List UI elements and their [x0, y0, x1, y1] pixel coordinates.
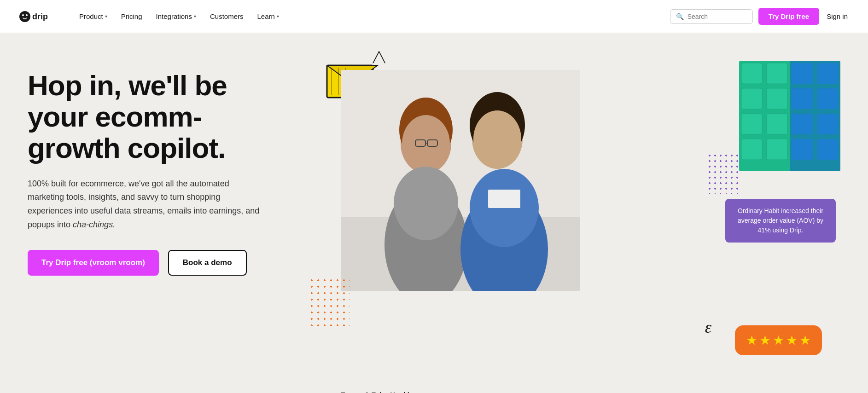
logo[interactable]: drip: [18, 8, 55, 25]
svg-rect-50: [488, 190, 520, 208]
hero-try-free-button[interactable]: Try Drip free (vroom vroom): [28, 250, 159, 276]
svg-rect-15: [767, 88, 787, 109]
nav-right: 🔍 Try Drip free Sign in: [670, 8, 850, 25]
svg-rect-28: [817, 63, 838, 84]
svg-rect-19: [767, 114, 787, 134]
star-5: ★: [799, 333, 811, 348]
hero-photo: [341, 70, 580, 291]
nav-links: Product ▾ Pricing Integrations ▾ Custome…: [74, 9, 670, 24]
svg-rect-23: [767, 139, 787, 160]
hero-heading: Hop in, we'll be your ecomm-growth copil…: [28, 70, 285, 164]
svg-point-1: [22, 14, 24, 16]
photo-caption-name: Teresa & Echo Hopkins: [341, 391, 417, 393]
search-box[interactable]: 🔍: [670, 9, 753, 24]
hero-section: Hop in, we'll be your ecomm-growth copil…: [0, 33, 868, 393]
svg-rect-29: [792, 88, 813, 109]
svg-rect-14: [741, 88, 762, 109]
svg-rect-36: [341, 70, 580, 217]
svg-point-2: [26, 14, 28, 16]
hero-buttons: Try Drip free (vroom vroom) Book a demo: [28, 250, 285, 276]
dots-orange-decoration: [309, 277, 350, 328]
squiggle-decoration: ε: [705, 318, 711, 337]
svg-rect-11: [767, 63, 787, 84]
svg-rect-30: [817, 88, 838, 109]
star-1: ★: [746, 333, 757, 348]
svg-rect-33: [792, 139, 813, 160]
puzzle-image: [739, 61, 840, 171]
chevron-down-icon: ▾: [277, 14, 279, 19]
svg-rect-34: [817, 139, 838, 160]
hero-right: ╱╲: [313, 61, 840, 374]
search-icon: 🔍: [676, 13, 684, 20]
svg-rect-32: [817, 114, 838, 134]
nav-pricing[interactable]: Pricing: [116, 9, 148, 24]
dots-purple-decoration: [707, 153, 739, 194]
stars-rating-card: ★ ★ ★ ★ ★: [735, 325, 822, 355]
svg-text:drip: drip: [32, 12, 48, 21]
svg-rect-31: [792, 114, 813, 134]
svg-rect-18: [741, 114, 762, 134]
svg-rect-27: [792, 63, 813, 84]
aov-card: Ordinary Habit increased their average o…: [725, 199, 836, 243]
hero-subtext: 100% built for ecommerce, we've got all …: [28, 177, 267, 232]
svg-rect-22: [741, 139, 762, 160]
chevron-down-icon: ▾: [194, 14, 196, 19]
star-2: ★: [759, 333, 771, 348]
svg-point-44: [394, 167, 458, 240]
svg-rect-10: [741, 63, 762, 84]
star-3: ★: [773, 333, 784, 348]
svg-point-0: [19, 11, 30, 22]
nav-try-free-button[interactable]: Try Drip free: [758, 8, 819, 25]
spark-decoration: ╱╲: [373, 52, 385, 64]
chevron-down-icon: ▾: [105, 14, 107, 19]
nav-signin-button[interactable]: Sign in: [825, 8, 850, 25]
search-input[interactable]: [687, 13, 747, 20]
svg-point-47: [473, 110, 521, 168]
hero-left: Hop in, we'll be your ecomm-growth copil…: [28, 61, 285, 276]
nav-customers[interactable]: Customers: [204, 9, 249, 24]
hero-book-demo-button[interactable]: Book a demo: [168, 250, 247, 276]
nav-product[interactable]: Product ▾: [74, 9, 113, 24]
nav-integrations[interactable]: Integrations ▾: [151, 9, 202, 24]
photo-caption: Teresa & Echo Hopkins Founders, Ordinary…: [341, 391, 417, 393]
nav-learn[interactable]: Learn ▾: [251, 9, 284, 24]
star-4: ★: [786, 333, 798, 348]
